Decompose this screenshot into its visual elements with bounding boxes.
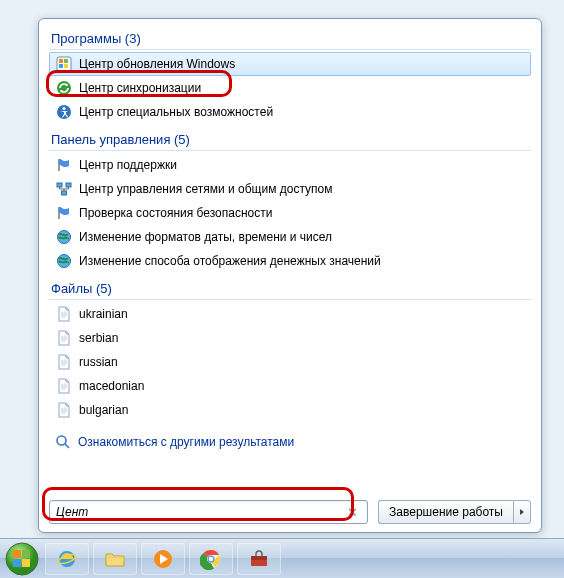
taskbar-app[interactable] [237,543,281,575]
program-item-label: Центр синхронизации [79,81,201,95]
file-item[interactable]: macedonian [49,374,531,398]
search-icon [55,434,71,450]
program-item-label: Центр специальных возможностей [79,105,273,119]
svg-rect-8 [57,183,62,187]
taskbar-ie[interactable] [45,543,89,575]
file-item[interactable]: ukrainian [49,302,531,326]
svg-rect-4 [64,64,68,68]
chrome-icon [200,548,222,570]
bottom-row: ✕ Завершение работы [49,500,531,524]
ie-icon [56,548,78,570]
file-item-label: bulgarian [79,403,128,417]
file-item[interactable]: bulgarian [49,398,531,422]
toolbox-icon [248,548,270,570]
windows-update-icon [56,56,72,72]
see-more-label: Ознакомиться с другими результатами [78,435,294,449]
file-icon [56,330,72,346]
clear-search-icon[interactable]: ✕ [344,505,361,520]
file-icon [56,306,72,322]
svg-point-5 [57,81,71,95]
media-player-icon [152,548,174,570]
flag-icon [56,157,72,173]
file-item-label: ukrainian [79,307,128,321]
search-box[interactable]: ✕ [49,500,368,524]
taskbar-media-player[interactable] [141,543,185,575]
svg-point-7 [63,107,66,110]
svg-point-24 [209,556,214,561]
cp-item-network[interactable]: Центр управления сетями и общим доступом [49,177,531,201]
cp-item-label: Центр поддержки [79,158,177,172]
svg-rect-26 [251,556,267,560]
svg-rect-18 [22,559,30,567]
shutdown-button[interactable]: Завершение работы [378,500,513,524]
file-item-label: russian [79,355,118,369]
cp-item-label: Изменение способа отображения денежных з… [79,254,381,268]
search-input[interactable] [56,505,344,519]
file-item-label: macedonian [79,379,144,393]
cp-item-security-check[interactable]: Проверка состояния безопасности [49,201,531,225]
cp-item-label: Проверка состояния безопасности [79,206,272,220]
svg-point-13 [57,436,66,445]
svg-rect-1 [59,59,63,63]
see-more-results[interactable]: Ознакомиться с другими результатами [49,428,531,456]
svg-rect-10 [62,191,67,195]
taskbar [0,538,564,578]
file-icon [56,354,72,370]
file-icon [56,378,72,394]
folder-icon [104,548,126,570]
taskbar-explorer[interactable] [93,543,137,575]
cp-item-action-center[interactable]: Центр поддержки [49,153,531,177]
file-icon [56,402,72,418]
section-header-control-panel: Панель управления (5) [49,128,531,151]
section-header-files: Файлы (5) [49,277,531,300]
flag-icon [56,205,72,221]
program-item-accessibility[interactable]: Центр специальных возможностей [49,100,531,124]
file-item[interactable]: russian [49,350,531,374]
globe-icon [56,253,72,269]
shutdown-options-arrow[interactable] [513,500,531,524]
program-item-sync-center[interactable]: Центр синхронизации [49,76,531,100]
svg-rect-15 [13,550,21,558]
taskbar-chrome[interactable] [189,543,233,575]
cp-item-currency-formats[interactable]: Изменение способа отображения денежных з… [49,249,531,273]
globe-icon [56,229,72,245]
network-icon [56,181,72,197]
cp-item-label: Изменение форматов даты, времени и чисел [79,230,332,244]
chevron-right-icon [518,508,526,516]
accessibility-icon [56,104,72,120]
start-menu-panel: Программы (3) Центр обновления Windows Ц… [38,18,542,533]
sync-icon [56,80,72,96]
svg-rect-16 [22,550,30,558]
shutdown-button-group: Завершение работы [378,500,531,524]
cp-item-date-formats[interactable]: Изменение форматов даты, времени и чисел [49,225,531,249]
section-header-programs: Программы (3) [49,27,531,50]
program-item-windows-update[interactable]: Центр обновления Windows [49,52,531,76]
file-item-label: serbian [79,331,118,345]
start-button[interactable] [2,539,42,579]
svg-rect-3 [59,64,63,68]
file-item[interactable]: serbian [49,326,531,350]
cp-item-label: Центр управления сетями и общим доступом [79,182,333,196]
svg-rect-17 [13,559,21,567]
svg-rect-2 [64,59,68,63]
svg-rect-9 [66,183,71,187]
program-item-label: Центр обновления Windows [79,57,235,71]
